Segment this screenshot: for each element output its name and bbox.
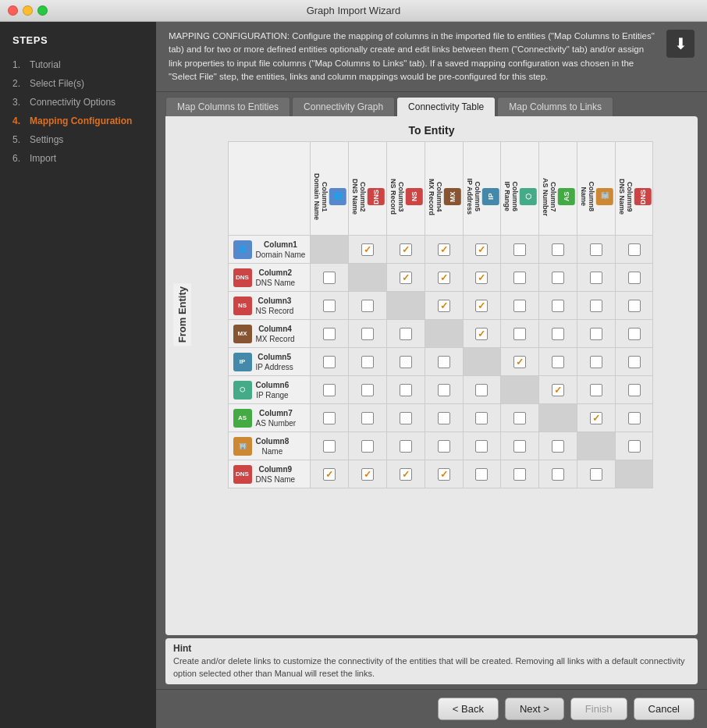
cell-r4-c5[interactable] [463, 320, 501, 348]
cell-r1-c2[interactable] [349, 236, 387, 264]
checkbox-r2-c7[interactable] [552, 272, 564, 284]
checkbox-r9-c6[interactable] [513, 468, 526, 481]
cell-r8-c4[interactable] [425, 432, 463, 460]
checkbox-r9-c3[interactable] [400, 468, 412, 481]
cell-r2-c1[interactable] [311, 264, 349, 292]
cell-r7-c4[interactable] [425, 404, 463, 432]
cell-r2-c7[interactable] [539, 264, 577, 292]
cell-r5-c8[interactable] [577, 348, 615, 376]
cell-r9-c2[interactable] [349, 460, 387, 488]
finish-button[interactable]: Finish [570, 698, 627, 720]
cell-r1-c3[interactable] [387, 236, 425, 264]
cell-r2-c8[interactable] [577, 264, 615, 292]
checkbox-r9-c5[interactable] [475, 468, 488, 481]
checkbox-r3-c7[interactable] [552, 300, 564, 312]
cell-r4-c2[interactable] [349, 320, 387, 348]
cell-r6-c1[interactable] [311, 376, 349, 404]
cell-r1-c5[interactable] [463, 236, 501, 264]
cell-r6-c4[interactable] [425, 376, 463, 404]
cell-r1-c8[interactable] [577, 236, 615, 264]
checkbox-r2-c3[interactable] [400, 272, 412, 284]
cell-r3-c2[interactable] [349, 292, 387, 320]
checkbox-r1-c2[interactable] [361, 243, 374, 256]
minimize-button[interactable] [23, 5, 33, 16]
checkbox-r9-c2[interactable] [361, 468, 374, 481]
checkbox-r1-c3[interactable] [400, 243, 412, 256]
checkbox-r4-c7[interactable] [552, 328, 564, 340]
cell-r3-c8[interactable] [577, 292, 615, 320]
checkbox-r2-c8[interactable] [590, 272, 602, 284]
checkbox-r1-c8[interactable] [590, 243, 602, 256]
checkbox-r3-c6[interactable] [513, 300, 526, 312]
checkbox-r5-c7[interactable] [552, 356, 564, 368]
checkbox-r5-c6[interactable] [513, 356, 526, 368]
sidebar-item-tutorial[interactable]: 1. Tutorial [0, 55, 156, 74]
checkbox-r1-c4[interactable] [438, 243, 450, 256]
checkbox-r9-c1[interactable] [323, 468, 336, 481]
checkbox-r1-c5[interactable] [475, 243, 488, 256]
cell-r9-c8[interactable] [577, 460, 615, 488]
cell-r7-c1[interactable] [311, 404, 349, 432]
cell-r8-c9[interactable] [615, 432, 653, 460]
close-button[interactable] [8, 5, 18, 16]
cell-r5-c6[interactable] [501, 348, 539, 376]
checkbox-r8-c4[interactable] [438, 440, 450, 453]
cell-r8-c7[interactable] [539, 432, 577, 460]
checkbox-r2-c4[interactable] [438, 272, 450, 284]
checkbox-r8-c1[interactable] [323, 440, 336, 453]
cell-r2-c4[interactable] [425, 264, 463, 292]
cell-r1-c7[interactable] [539, 236, 577, 264]
checkbox-r8-c2[interactable] [361, 440, 374, 453]
cell-r3-c9[interactable] [615, 292, 653, 320]
checkbox-r2-c6[interactable] [513, 272, 526, 284]
checkbox-r1-c6[interactable] [513, 243, 526, 256]
cell-r4-c7[interactable] [539, 320, 577, 348]
cell-r3-c5[interactable] [463, 292, 501, 320]
cell-r7-c6[interactable] [501, 404, 539, 432]
cell-r2-c6[interactable] [501, 264, 539, 292]
checkbox-r7-c1[interactable] [323, 412, 336, 424]
checkbox-r6-c3[interactable] [400, 384, 412, 396]
checkbox-r5-c3[interactable] [400, 356, 412, 368]
cell-r9-c6[interactable] [501, 460, 539, 488]
checkbox-r4-c5[interactable] [475, 328, 488, 340]
checkbox-r1-c7[interactable] [552, 243, 564, 256]
cell-r6-c7[interactable] [539, 376, 577, 404]
cell-r5-c2[interactable] [349, 348, 387, 376]
checkbox-r6-c1[interactable] [323, 384, 336, 396]
checkbox-r3-c4[interactable] [438, 300, 450, 312]
checkbox-r4-c1[interactable] [323, 328, 336, 340]
checkbox-r6-c8[interactable] [590, 384, 602, 396]
checkbox-r1-c9[interactable] [628, 243, 641, 256]
cell-r6-c8[interactable] [577, 376, 615, 404]
sidebar-item-import[interactable]: 6. Import [0, 149, 156, 168]
checkbox-r5-c4[interactable] [438, 356, 450, 368]
sidebar-item-select-files[interactable]: 2. Select File(s) [0, 74, 156, 93]
checkbox-r5-c9[interactable] [628, 356, 641, 368]
checkbox-r8-c6[interactable] [513, 440, 526, 453]
cell-r5-c7[interactable] [539, 348, 577, 376]
checkbox-r4-c3[interactable] [400, 328, 412, 340]
cell-r4-c6[interactable] [501, 320, 539, 348]
cell-r1-c6[interactable] [501, 236, 539, 264]
cell-r7-c3[interactable] [387, 404, 425, 432]
checkbox-r6-c2[interactable] [361, 384, 374, 396]
cell-r8-c5[interactable] [463, 432, 501, 460]
checkbox-r7-c6[interactable] [513, 412, 526, 424]
cell-r7-c5[interactable] [463, 404, 501, 432]
cell-r8-c6[interactable] [501, 432, 539, 460]
cell-r4-c1[interactable] [311, 320, 349, 348]
tab-connectivity-table[interactable]: Connectivity Table [396, 97, 496, 116]
checkbox-r4-c6[interactable] [513, 328, 526, 340]
checkbox-r2-c1[interactable] [323, 272, 336, 284]
cell-r9-c1[interactable] [311, 460, 349, 488]
checkbox-r5-c2[interactable] [361, 356, 374, 368]
cell-r2-c9[interactable] [615, 264, 653, 292]
checkbox-r7-c3[interactable] [400, 412, 412, 424]
checkbox-r3-c9[interactable] [628, 300, 641, 312]
checkbox-r9-c7[interactable] [552, 468, 564, 481]
cell-r6-c5[interactable] [463, 376, 501, 404]
cell-r9-c7[interactable] [539, 460, 577, 488]
cell-r8-c3[interactable] [387, 432, 425, 460]
checkbox-r7-c4[interactable] [438, 412, 450, 424]
